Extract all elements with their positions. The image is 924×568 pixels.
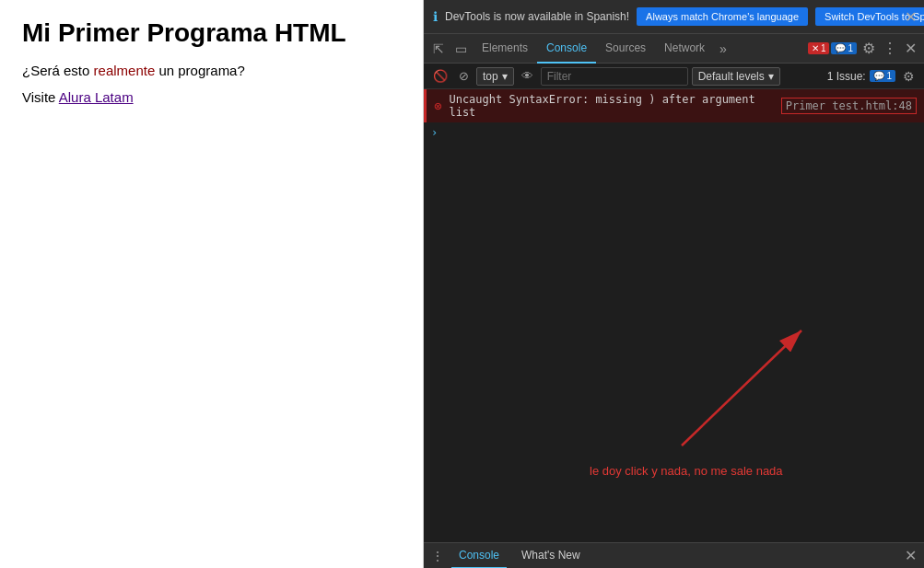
chat-icon: 💬: [835, 43, 846, 53]
annotation-arrow-svg: [497, 303, 866, 487]
error-badge: ✕ 1: [808, 42, 830, 54]
close-notification-icon[interactable]: ✕: [905, 8, 917, 26]
chevron-down-icon: ▾: [502, 70, 508, 83]
tab-sources[interactable]: Sources: [596, 34, 655, 64]
chevron-down-icon: ▾: [768, 70, 774, 83]
highlighted-word: realmente: [94, 63, 156, 78]
console-error-row: ⊗ Uncaught SyntaxError: missing ) after …: [424, 89, 924, 122]
close-bottom-icon[interactable]: ✕: [905, 547, 917, 564]
notification-text: DevTools is now available in Spanish!: [445, 10, 629, 23]
console-filter-input[interactable]: [541, 67, 688, 86]
device-icon[interactable]: ▭: [450, 34, 473, 64]
console-toolbar: 🚫 ⊘ top ▾ 👁 Default levels ▾ 1 Issue: 💬 …: [424, 64, 924, 89]
block-icon[interactable]: ⊘: [455, 69, 473, 83]
console-settings-icon[interactable]: ⚙: [899, 69, 918, 84]
svg-line-0: [682, 330, 801, 446]
settings-icon[interactable]: ⚙: [859, 40, 879, 57]
page-title: Mi Primer Programa HTML: [22, 18, 401, 48]
console-prompt[interactable]: ›: [424, 122, 924, 143]
tab-console[interactable]: Console: [537, 34, 596, 64]
annotation-container: le doy click y nada, no me sale nada: [497, 303, 866, 487]
more-options-icon[interactable]: ⋮: [879, 40, 901, 57]
error-source-link[interactable]: Primer test.html:48: [781, 98, 917, 114]
prompt-arrow-icon: ›: [431, 126, 438, 139]
webpage-panel: Mi Primer Programa HTML ¿Será esto realm…: [0, 0, 424, 568]
error-circle-icon: ⊗: [434, 99, 441, 113]
clear-console-icon[interactable]: 🚫: [429, 69, 451, 83]
issues-icon: 💬 1: [870, 70, 895, 82]
eye-icon[interactable]: 👁: [518, 69, 537, 83]
more-tabs-button[interactable]: »: [714, 41, 732, 56]
issue-badge: 💬 1: [831, 42, 857, 54]
tab-network[interactable]: Network: [655, 34, 714, 64]
bottom-tab-whats-new[interactable]: What's New: [514, 543, 588, 569]
alura-link[interactable]: Alura Latam: [59, 89, 134, 105]
devtools-bottom-bar: ⋮ Console What's New ✕: [424, 542, 924, 568]
bottom-tab-console[interactable]: Console: [451, 543, 507, 569]
info-icon: ℹ: [433, 9, 438, 24]
tab-elements[interactable]: Elements: [473, 34, 537, 64]
error-message-text: Uncaught SyntaxError: missing ) after ar…: [449, 93, 780, 119]
match-language-button[interactable]: Always match Chrome's language: [637, 7, 808, 26]
close-devtools-icon[interactable]: ✕: [901, 40, 920, 57]
webpage-question: ¿Será esto realmente un programa?: [22, 63, 401, 78]
default-levels-selector[interactable]: Default levels ▾: [692, 67, 780, 86]
bottom-more-icon[interactable]: ⋮: [431, 549, 444, 563]
issues-count-label: 1 Issue: 💬 1: [827, 70, 895, 83]
error-x-icon: ✕: [812, 43, 819, 53]
annotation-text: le doy click y nada, no me sale nada: [590, 464, 783, 478]
devtools-tabs-bar: ⇱ ▭ Elements Console Sources Network » ✕…: [424, 34, 924, 64]
devtools-panel: ℹ DevTools is now available in Spanish! …: [424, 0, 924, 568]
console-content: ⊗ Uncaught SyntaxError: missing ) after …: [424, 89, 924, 542]
console-context-selector[interactable]: top ▾: [476, 67, 514, 86]
notification-bar: ℹ DevTools is now available in Spanish! …: [424, 0, 924, 34]
webpage-visit: Visite Alura Latam: [22, 89, 401, 105]
cursor-icon[interactable]: ⇱: [427, 34, 450, 64]
